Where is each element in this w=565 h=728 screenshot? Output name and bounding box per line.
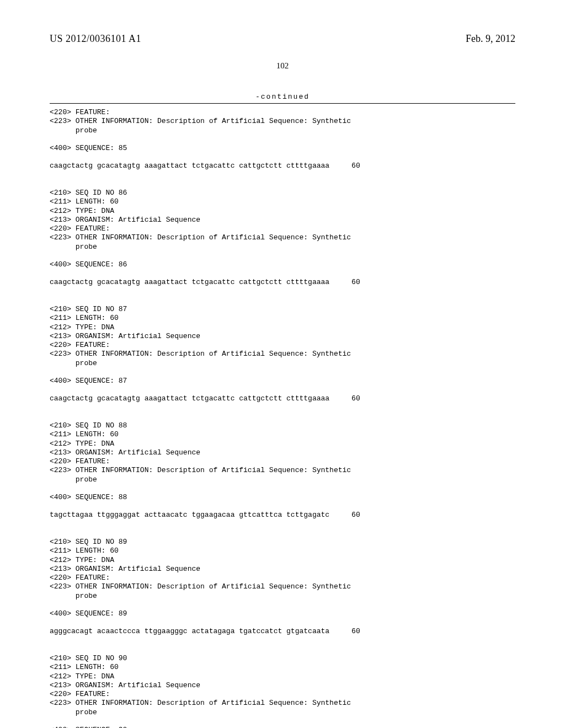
sequence-length: 60 xyxy=(351,627,360,635)
other-info-line: <223> OTHER INFORMATION: Description of … xyxy=(50,233,515,242)
top-rule xyxy=(50,103,515,104)
length-line: <211> LENGTH: 60 xyxy=(50,197,515,206)
type-line: <212> TYPE: DNA xyxy=(50,207,515,216)
feature-line: <220> FEATURE: xyxy=(50,341,515,350)
other-info-line-cont: probe xyxy=(50,708,515,717)
type-line: <212> TYPE: DNA xyxy=(50,440,515,448)
length-line: <211> LENGTH: 60 xyxy=(50,314,515,323)
sequence-row: caagctactg gcacatagtg aaagattact tctgaca… xyxy=(50,162,515,170)
continued-label: -continued xyxy=(50,93,515,101)
other-info-line: <223> OTHER INFORMATION: Description of … xyxy=(50,466,515,475)
other-info-line-cont: probe xyxy=(50,475,515,484)
patent-page: US 2012/0036101 A1 Feb. 9, 2012 102 -con… xyxy=(0,0,565,728)
feature-line: <220> FEATURE: xyxy=(50,457,515,466)
seq-id-line: <210> SEQ ID NO 90 xyxy=(50,654,515,663)
sequence-label: <400> SEQUENCE: 87 xyxy=(50,377,515,386)
sequence-text: tagcttagaa ttgggaggat acttaacatc tggaaga… xyxy=(50,511,329,519)
sequence-label: <400> SEQUENCE: 90 xyxy=(50,726,515,728)
other-info-line: <223> OTHER INFORMATION: Description of … xyxy=(50,699,515,708)
sequence-text: caagctactg gcacatagtg aaagattact tctgaca… xyxy=(50,394,329,403)
length-line: <211> LENGTH: 60 xyxy=(50,430,515,439)
page-header: US 2012/0036101 A1 Feb. 9, 2012 xyxy=(50,33,515,45)
feature-line: <220> FEATURE: xyxy=(50,574,515,582)
sequence-entry: <220> FEATURE: <223> OTHER INFORMATION: … xyxy=(50,108,515,170)
sequence-entry: <210> SEQ ID NO 88 <211> LENGTH: 60 <212… xyxy=(50,421,515,519)
type-line: <212> TYPE: DNA xyxy=(50,556,515,565)
publication-number: US 2012/0036101 A1 xyxy=(50,33,141,45)
length-line: <211> LENGTH: 60 xyxy=(50,547,515,555)
sequence-label: <400> SEQUENCE: 88 xyxy=(50,493,515,502)
sequence-label: <400> SEQUENCE: 89 xyxy=(50,609,515,618)
other-info-line-cont: probe xyxy=(50,126,515,135)
other-info-line-cont: probe xyxy=(50,359,515,368)
organism-line: <213> ORGANISM: Artificial Sequence xyxy=(50,448,515,457)
length-line: <211> LENGTH: 60 xyxy=(50,663,515,672)
organism-line: <213> ORGANISM: Artificial Sequence xyxy=(50,216,515,224)
sequence-row: tagcttagaa ttgggaggat acttaacatc tggaaga… xyxy=(50,511,515,519)
sequence-length: 60 xyxy=(351,278,360,286)
organism-line: <213> ORGANISM: Artificial Sequence xyxy=(50,332,515,341)
sequence-length: 60 xyxy=(351,394,360,403)
sequence-text: caagctactg gcacatagtg aaagattact tctgaca… xyxy=(50,162,329,170)
sequence-text: caagctactg gcacatagtg aaagattact tctgaca… xyxy=(50,278,329,286)
sequence-entry: <210> SEQ ID NO 89 <211> LENGTH: 60 <212… xyxy=(50,538,515,635)
other-info-line: <223> OTHER INFORMATION: Description of … xyxy=(50,350,515,358)
sequence-entry: <210> SEQ ID NO 90 <211> LENGTH: 60 <212… xyxy=(50,654,515,728)
sequence-row: caagctactg gcacatagtg aaagattact tctgaca… xyxy=(50,394,515,403)
seq-id-line: <210> SEQ ID NO 89 xyxy=(50,538,515,547)
other-info-line-cont: probe xyxy=(50,243,515,251)
other-info-line-cont: probe xyxy=(50,592,515,601)
sequence-length: 60 xyxy=(351,162,360,170)
sequence-row: agggcacagt acaactccca ttggaagggc actatag… xyxy=(50,627,515,635)
seq-id-line: <210> SEQ ID NO 88 xyxy=(50,421,515,430)
publication-date: Feb. 9, 2012 xyxy=(466,33,515,45)
other-info-line: <223> OTHER INFORMATION: Description of … xyxy=(50,117,515,126)
sequence-entry: <210> SEQ ID NO 87 <211> LENGTH: 60 <212… xyxy=(50,305,515,403)
type-line: <212> TYPE: DNA xyxy=(50,672,515,681)
feature-line: <220> FEATURE: xyxy=(50,108,515,117)
sequence-label: <400> SEQUENCE: 85 xyxy=(50,144,515,153)
type-line: <212> TYPE: DNA xyxy=(50,323,515,332)
sequence-length: 60 xyxy=(351,511,360,519)
other-info-line: <223> OTHER INFORMATION: Description of … xyxy=(50,582,515,591)
organism-line: <213> ORGANISM: Artificial Sequence xyxy=(50,681,515,690)
feature-line: <220> FEATURE: xyxy=(50,690,515,699)
sequence-entry: <210> SEQ ID NO 86 <211> LENGTH: 60 <212… xyxy=(50,189,515,286)
seq-id-line: <210> SEQ ID NO 86 xyxy=(50,189,515,197)
sequence-text: agggcacagt acaactccca ttggaagggc actatag… xyxy=(50,627,329,635)
sequence-row: caagctactg gcacatagtg aaagattact tctgaca… xyxy=(50,278,515,286)
seq-id-line: <210> SEQ ID NO 87 xyxy=(50,305,515,314)
page-number: 102 xyxy=(50,61,515,71)
organism-line: <213> ORGANISM: Artificial Sequence xyxy=(50,565,515,574)
feature-line: <220> FEATURE: xyxy=(50,224,515,233)
sequence-label: <400> SEQUENCE: 86 xyxy=(50,260,515,269)
